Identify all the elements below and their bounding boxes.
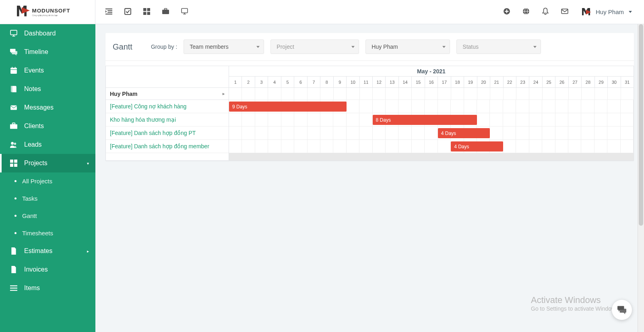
- gantt-grid-cell: [594, 113, 607, 126]
- gantt-day-header: 1234567891011121314151617181920212223242…: [229, 77, 634, 88]
- topbar-right: Huy Pham: [503, 6, 644, 18]
- list-icon: [10, 284, 18, 292]
- gantt-bar[interactable]: 8 Days: [373, 115, 477, 125]
- svg-rect-4: [107, 12, 112, 12]
- gantt-grid-cell: [333, 127, 346, 139]
- gantt-grid-cell: [308, 88, 320, 100]
- sidebar-item-projects[interactable]: Projects ▾: [0, 154, 95, 172]
- project-select[interactable]: Project: [270, 39, 359, 54]
- member-select[interactable]: Huy Pham: [365, 39, 450, 54]
- gantt-task-label[interactable]: [Feature] Danh sách hợp đồng member: [106, 140, 229, 153]
- monitor-icon[interactable]: [181, 8, 188, 16]
- sidebar-item-leads[interactable]: Leads: [0, 135, 95, 154]
- gantt-task-row: 8 Days: [229, 113, 634, 127]
- svg-rect-5: [105, 13, 112, 14]
- gantt-task-label[interactable]: Kho hàng hóa thương mại: [106, 113, 229, 127]
- gantt-timeline[interactable]: May - 2021 12345678910111213141516171819…: [229, 66, 634, 160]
- gantt-grid-cell: [529, 127, 542, 139]
- gantt-day-cell: 28: [582, 77, 594, 88]
- sidebar-item-messages[interactable]: Messages: [0, 98, 95, 117]
- book-icon: [10, 85, 18, 93]
- sidebar-sub-gantt[interactable]: Gantt: [0, 207, 95, 224]
- gantt-bar[interactable]: 4 Days: [438, 128, 490, 138]
- brand-logo[interactable]: MODUNSOFT Công nghệ phúng tơi cho bạn: [0, 0, 95, 24]
- sidebar-item-dashboard[interactable]: Dashboard: [0, 24, 95, 43]
- gantt-day-cell: 23: [516, 77, 529, 88]
- chat-button[interactable]: [612, 300, 632, 320]
- svg-point-34: [11, 142, 14, 145]
- svg-rect-20: [561, 9, 568, 13]
- gantt-grid-cell: [242, 88, 255, 100]
- gantt-grid-cell: [594, 140, 607, 153]
- gantt-day-cell: 7: [308, 77, 320, 88]
- group-by-label: Group by :: [151, 44, 177, 50]
- main-scrollbar[interactable]: [638, 24, 644, 332]
- gantt-task-label[interactable]: [Feature] Danh sách hợp đồng PT: [106, 127, 229, 140]
- bell-icon[interactable]: [542, 8, 549, 17]
- monitor-icon: [10, 30, 18, 37]
- gantt-day-cell: 2: [242, 77, 255, 88]
- gantt-scrollbar[interactable]: [229, 153, 634, 160]
- sidebar-item-label: Notes: [24, 85, 41, 93]
- gantt-bar[interactable]: 9 Days: [229, 102, 347, 112]
- sidebar-item-estimates[interactable]: Estimates ▸: [0, 242, 95, 260]
- gantt-grid-cell: [333, 113, 346, 126]
- page-title: Gantt: [113, 42, 132, 52]
- sidebar-item-notes[interactable]: Notes: [0, 80, 95, 98]
- gantt-day-cell: 13: [386, 77, 398, 88]
- sidebar-item-items[interactable]: Items: [0, 279, 95, 297]
- svg-rect-6: [125, 8, 131, 15]
- svg-rect-37: [14, 160, 17, 163]
- gantt-grid-cell: [281, 113, 294, 126]
- gantt-group-row[interactable]: Huy Pham ▸: [106, 88, 229, 100]
- sidebar-item-label: Dashboard: [24, 30, 56, 37]
- sidebar-sub-all-projects[interactable]: All Projects: [0, 172, 95, 190]
- user-menu[interactable]: Huy Pham: [580, 6, 632, 18]
- gantt-task-row: 9 Days: [229, 100, 634, 113]
- gantt-grid-cell: [542, 113, 555, 126]
- gantt-grid-cell: [568, 127, 581, 139]
- caret-down-icon: [629, 11, 632, 13]
- briefcase-icon: [10, 122, 18, 130]
- group-by-select[interactable]: Team members: [184, 39, 264, 54]
- globe-icon[interactable]: [522, 8, 530, 17]
- gantt-grid-cell: [529, 88, 542, 100]
- gantt-day-cell: 11: [360, 77, 373, 88]
- gantt-grid-cell: [334, 88, 347, 100]
- sidebar-sub-label: All Projects: [22, 178, 52, 185]
- dot-icon: [14, 197, 17, 199]
- gantt-grid-cell: [425, 127, 438, 139]
- gantt-body: 9 Days8 Days4 Days4 Days: [229, 100, 634, 153]
- envelope-icon[interactable]: [561, 8, 568, 17]
- envelope-icon: [10, 104, 18, 111]
- sidebar-item-events[interactable]: Events: [0, 61, 95, 80]
- briefcase-icon[interactable]: [162, 8, 169, 16]
- gantt-grid-cell: [255, 113, 268, 126]
- sidebar-item-clients[interactable]: Clients: [0, 117, 95, 135]
- gantt-bar[interactable]: 4 Days: [451, 141, 503, 151]
- sidebar-item-label: Projects: [24, 160, 47, 167]
- gantt-grid-cell: [398, 140, 411, 153]
- sidebar-sub-label: Timesheets: [22, 230, 53, 237]
- gantt-grid-cell: [581, 127, 594, 139]
- sidebar-sub-timesheets[interactable]: Timesheets: [0, 224, 95, 242]
- check-icon[interactable]: [124, 8, 131, 16]
- sidebar-item-timeline[interactable]: Timeline: [0, 43, 95, 61]
- select-value: Huy Pham: [372, 44, 398, 50]
- gantt-day-cell: 8: [320, 77, 333, 88]
- scrollbar-thumb[interactable]: [639, 24, 643, 226]
- plus-circle-icon[interactable]: [503, 8, 510, 17]
- sidebar-item-invoices[interactable]: Invoices: [0, 260, 95, 279]
- gantt-day-cell: 15: [412, 77, 425, 88]
- grid-icon[interactable]: [143, 8, 150, 16]
- sidebar-sub-tasks[interactable]: Tasks: [0, 190, 95, 207]
- status-select[interactable]: Status: [456, 39, 541, 54]
- gantt-grid-cell: [347, 140, 359, 153]
- gantt-day-cell: 5: [281, 77, 294, 88]
- gantt-chart: Huy Pham ▸ [Feature] Công nợ khách hàngK…: [105, 66, 634, 161]
- gantt-task-label[interactable]: [Feature] Công nợ khách hàng: [106, 100, 229, 113]
- topbar-shortcuts: [95, 8, 188, 16]
- gantt-day-cell: 1: [229, 77, 242, 88]
- indent-icon[interactable]: [105, 8, 112, 16]
- gantt-grid-cell: [490, 127, 503, 139]
